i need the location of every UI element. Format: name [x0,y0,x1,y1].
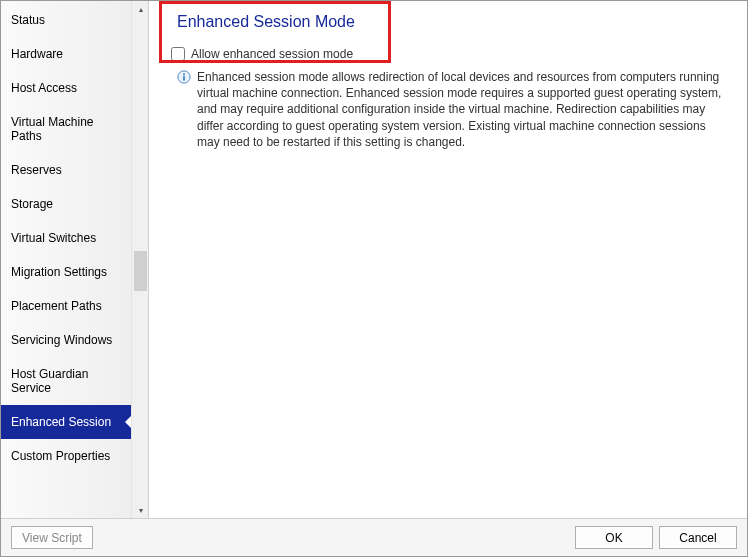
sidebar-item-host-guardian-service[interactable]: Host Guardian Service [1,357,131,405]
settings-sidebar: Status Hardware Host Access Virtual Mach… [1,1,131,519]
info-icon [177,70,191,84]
sidebar-scrollbar[interactable]: ▴ ▾ [131,1,148,519]
sidebar-item-servicing-windows[interactable]: Servicing Windows [1,323,131,357]
sidebar-item-label: Migration Settings [11,265,107,279]
sidebar-item-label: Reserves [11,163,62,177]
checkbox-label: Allow enhanced session mode [191,47,353,61]
dialog-footer: View Script OK Cancel [1,518,747,556]
page-title: Enhanced Session Mode [177,13,729,31]
sidebar-item-custom-properties[interactable]: Custom Properties [1,439,131,473]
scroll-down-icon[interactable]: ▾ [132,502,149,519]
sidebar-item-label: Storage [11,197,53,211]
sidebar-item-host-access[interactable]: Host Access [1,71,131,105]
sidebar-item-virtual-switches[interactable]: Virtual Switches [1,221,131,255]
sidebar-item-label: Virtual Switches [11,231,96,245]
sidebar-item-label: Hardware [11,47,63,61]
sidebar-item-reserves[interactable]: Reserves [1,153,131,187]
sidebar-item-label: Virtual Machine Paths [11,115,94,143]
allow-enhanced-session-checkbox[interactable] [171,47,185,61]
sidebar-item-placement-paths[interactable]: Placement Paths [1,289,131,323]
sidebar-item-label: Custom Properties [11,449,110,463]
view-script-button[interactable]: View Script [11,526,93,549]
sidebar-item-hardware[interactable]: Hardware [1,37,131,71]
sidebar-item-label: Enhanced Session [11,415,111,429]
sidebar-item-label: Servicing Windows [11,333,112,347]
scroll-thumb[interactable] [134,251,147,291]
ok-button[interactable]: OK [575,526,653,549]
sidebar-item-storage[interactable]: Storage [1,187,131,221]
sidebar-item-label: Host Guardian Service [11,367,88,395]
cancel-button[interactable]: Cancel [659,526,737,549]
sidebar-item-label: Placement Paths [11,299,102,313]
sidebar-item-migration-settings[interactable]: Migration Settings [1,255,131,289]
sidebar-item-status[interactable]: Status [1,3,131,37]
sidebar-item-enhanced-session[interactable]: Enhanced Session [1,405,131,439]
sidebar-item-label: Status [11,13,45,27]
sidebar-item-label: Host Access [11,81,77,95]
main-panel: Enhanced Session Mode Allow enhanced ses… [149,1,747,519]
description-text: Enhanced session mode allows redirection… [197,69,729,150]
sidebar-item-virtual-machine-paths[interactable]: Virtual Machine Paths [1,105,131,153]
svg-rect-1 [183,76,185,80]
allow-enhanced-session-row[interactable]: Allow enhanced session mode [171,47,729,61]
scroll-up-icon[interactable]: ▴ [132,1,149,18]
svg-rect-2 [183,74,185,76]
